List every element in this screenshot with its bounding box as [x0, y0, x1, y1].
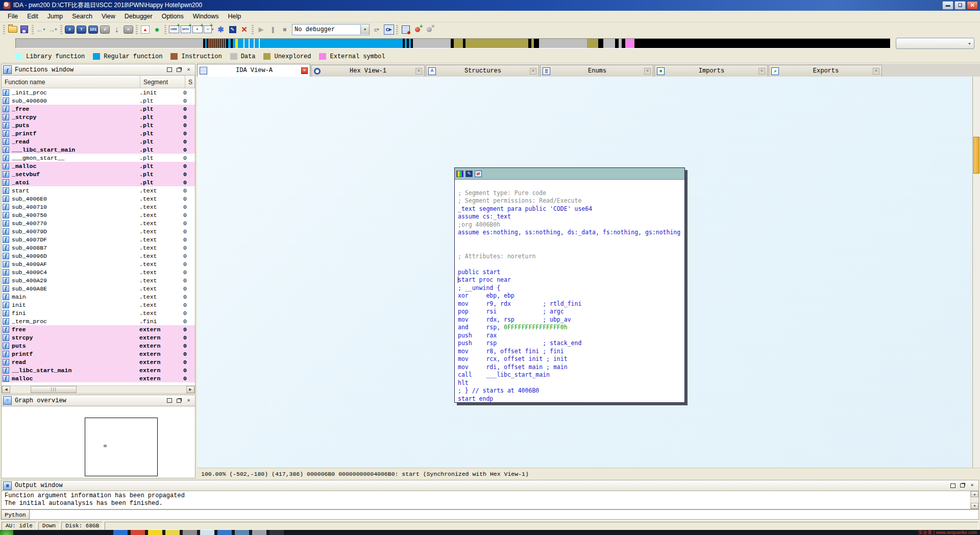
taskbar-app-icon[interactable]	[252, 530, 266, 535]
save-icon[interactable]	[19, 24, 30, 35]
panel-float-icon[interactable]	[176, 67, 182, 73]
output-window-titlebar[interactable]: ≣ Output window ✕	[1, 480, 979, 491]
navigate-forward-icon[interactable]: →▼	[47, 24, 58, 35]
asm-line[interactable]: mov rcx, offset init ; init	[458, 355, 684, 363]
taskbar-app-icon[interactable]	[270, 530, 284, 535]
asm-line[interactable]	[458, 237, 684, 245]
asm-line[interactable]: start endp	[458, 395, 684, 403]
tab-close-icon[interactable]: ✕	[758, 68, 765, 75]
asm-line[interactable]: call ___libc_start_main	[458, 371, 684, 379]
make-string-icon[interactable]: A	[192, 24, 203, 35]
jump-down-icon[interactable]: ↓	[111, 24, 122, 35]
function-row[interactable]: f_init_proc.init0	[2, 88, 195, 96]
node-group-icon[interactable]: ⇄	[475, 171, 482, 177]
menu-jump[interactable]: Jump	[43, 11, 68, 21]
graph-node-start[interactable]: ✎ ⇄ ; Segment type: Pure code; Segment p…	[454, 167, 685, 403]
scrollbar-thumb[interactable]	[973, 137, 979, 174]
function-row[interactable]: fmallocextern0	[2, 374, 195, 382]
make-array-icon[interactable]: ✱	[215, 24, 226, 35]
asm-line[interactable]: _text segment para public 'CODE' use64	[458, 205, 684, 213]
function-row[interactable]: f___gmon_start__.plt0	[2, 154, 195, 162]
menu-options[interactable]: Options	[157, 11, 188, 21]
function-row[interactable]: fsub_400A8E.text0	[2, 284, 195, 293]
function-row[interactable]: fsub_400A29.text0	[2, 276, 195, 284]
scroll-up-icon[interactable]: ▲	[971, 491, 978, 497]
menu-debugger[interactable]: Debugger	[120, 11, 157, 21]
menu-windows[interactable]: Windows	[188, 11, 224, 21]
function-row[interactable]: freadextern0	[2, 358, 195, 366]
breakpoint-list-icon[interactable]	[400, 24, 411, 35]
function-row[interactable]: fsub_40079D.text0	[2, 227, 195, 235]
function-row[interactable]: ffreeextern0	[2, 325, 195, 333]
asm-line[interactable]: ; __unwind {	[458, 284, 684, 293]
functions-window-titlebar[interactable]: f Functions window ✕	[2, 64, 195, 76]
asm-line[interactable]: push rax	[458, 332, 684, 340]
taskbar-app-icon[interactable]	[148, 530, 162, 535]
start-button[interactable]	[0, 530, 13, 535]
make-struct-icon[interactable]: 's'▼	[204, 24, 214, 35]
graph-overview-titlebar[interactable]: ⁘ Graph overview ✕	[2, 395, 195, 406]
asm-line[interactable]: hlt	[458, 379, 684, 387]
debug-run-icon[interactable]: ▶	[256, 24, 266, 35]
asm-line[interactable]: mov rdi, offset main ; main	[458, 363, 684, 372]
asm-line[interactable]: ; Segment permissions: Read/Execute	[458, 197, 684, 205]
menu-search[interactable]: Search	[67, 11, 97, 21]
taskbar-app-icon[interactable]	[217, 530, 232, 535]
taskbar-app-icon[interactable]	[165, 530, 180, 535]
undefine-icon[interactable]: ✕	[239, 24, 250, 35]
function-row[interactable]: f_puts.plt0	[2, 121, 195, 129]
function-row[interactable]: finit.text0	[2, 301, 195, 309]
function-row[interactable]: f_free.plt0	[2, 105, 195, 113]
combo-arrow-icon[interactable]: ▼	[360, 25, 369, 34]
debug-stop-icon[interactable]: ■	[279, 24, 290, 35]
taskbar-app-icon[interactable]	[235, 530, 249, 535]
taskbar-app-icon[interactable]	[200, 530, 214, 535]
debugger-select[interactable]: No debugger ▼	[292, 24, 370, 35]
functions-hscrollbar[interactable]: ◀ ▶	[2, 385, 195, 394]
ida-view-canvas[interactable]: ✎ ⇄ ; Segment type: Pure code; Segment p…	[197, 77, 980, 468]
function-row[interactable]: fsub_400600.plt0	[2, 96, 195, 105]
function-row[interactable]: fsub_4008B7.text0	[2, 244, 195, 252]
asm-line[interactable]	[458, 245, 684, 253]
navigation-band[interactable]	[15, 38, 891, 48]
output-vscrollbar[interactable]: ▲ ▼	[970, 491, 978, 509]
function-row[interactable]: fsub_4009C4.text0	[2, 268, 195, 276]
function-row[interactable]: fstrcpyextern0	[2, 333, 195, 342]
function-row[interactable]: fsub_400710.text0	[2, 203, 195, 211]
asm-line[interactable]: start proc near	[458, 276, 684, 284]
tab-close-icon[interactable]: ✕	[644, 68, 651, 75]
panel-close-icon[interactable]: ✕	[185, 398, 192, 404]
asm-line[interactable]: public start	[458, 269, 684, 277]
function-row[interactable]: f__libc_start_mainextern0	[2, 366, 195, 374]
search-binary-icon[interactable]: 101	[88, 24, 99, 35]
search-disabled-icon[interactable]: ∞	[123, 24, 134, 35]
tab-ida-view-a[interactable]: IDA View-A✕	[197, 64, 310, 77]
nav-combobox[interactable]: ▼	[896, 38, 974, 49]
analysis-indicator-icon[interactable]: ●	[152, 24, 162, 35]
breakpoint-add-icon[interactable]	[412, 24, 423, 35]
step-into-icon[interactable]: c▼	[372, 24, 382, 35]
asm-line[interactable]: pop rsi ; argc	[458, 308, 684, 316]
make-code-icon[interactable]: CODE	[168, 24, 179, 35]
toolbar-grip[interactable]	[60, 25, 62, 34]
asm-line[interactable]	[458, 181, 684, 189]
function-row[interactable]: fputsextern0	[2, 342, 195, 350]
toolbar-grip[interactable]	[136, 25, 138, 34]
node-edit-icon[interactable]: ✎	[465, 171, 473, 177]
maximize-button[interactable]: ❏	[954, 1, 966, 10]
function-row[interactable]: fmain.text0	[2, 293, 195, 301]
function-row[interactable]: ffini.text0	[2, 309, 195, 317]
asm-line[interactable]: ; Attributes: noreturn	[458, 253, 684, 261]
tab-enums[interactable]: ≣Enums✕	[540, 65, 653, 77]
toolbar-grip[interactable]	[164, 25, 166, 34]
canvas-vscrollbar[interactable]	[972, 77, 980, 468]
asm-line[interactable]: mov r9, rdx ; rtld_fini	[458, 300, 684, 308]
tab-close-icon[interactable]: ✕	[530, 68, 536, 75]
menu-file[interactable]: File	[3, 11, 22, 21]
taskbar-app-icon[interactable]	[183, 530, 197, 535]
menu-edit[interactable]: Edit	[22, 11, 43, 21]
make-data-icon[interactable]: DATA	[180, 24, 191, 35]
panel-maximize-icon[interactable]	[949, 482, 956, 489]
close-button[interactable]: ✕	[967, 1, 978, 10]
column-header-segment[interactable]: Segment	[140, 76, 185, 88]
